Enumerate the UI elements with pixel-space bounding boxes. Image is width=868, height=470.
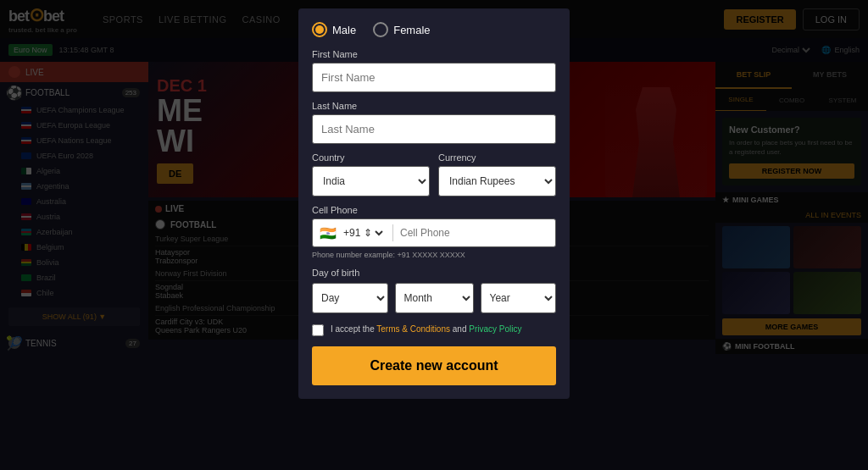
male-label: Male: [332, 24, 356, 36]
gender-male-option[interactable]: Male: [312, 22, 356, 37]
cell-phone-label: Cell Phone: [312, 205, 556, 215]
registration-modal: Male Female First Name Last Name Country…: [298, 8, 570, 399]
first-name-input[interactable]: [312, 63, 556, 92]
male-radio-outer: [312, 22, 327, 37]
dob-label: Day of birth: [312, 268, 556, 278]
last-name-label: Last Name: [312, 101, 556, 111]
last-name-input[interactable]: [312, 114, 556, 144]
currency-select[interactable]: Indian Rupees USD EUR GBP AUD: [438, 166, 556, 196]
female-label: Female: [393, 24, 430, 36]
country-label: Country: [312, 152, 430, 163]
female-radio-outer: [373, 22, 388, 37]
gender-female-option[interactable]: Female: [373, 22, 430, 37]
phone-input-row: 🇮🇳 +91 ⇕: [312, 218, 556, 247]
terms-conditions-link[interactable]: Terms & Conditions: [376, 324, 450, 334]
terms-row: I accept the Terms & Conditions and Priv…: [312, 323, 556, 336]
modal-overlay: Male Female First Name Last Name Country…: [0, 0, 868, 470]
male-radio-inner: [315, 25, 324, 34]
country-col: Country India United States United Kingd…: [312, 152, 430, 196]
phone-number-input[interactable]: [400, 220, 548, 246]
year-select[interactable]: Year 200019991998 199719961995 199019851…: [481, 283, 557, 313]
privacy-policy-link[interactable]: Privacy Policy: [469, 324, 521, 334]
country-currency-row: Country India United States United Kingd…: [312, 152, 556, 196]
month-select[interactable]: Month JanuaryFebruaryMarch AprilMayJune …: [395, 283, 474, 313]
phone-code-select[interactable]: +91 ⇕: [340, 219, 386, 246]
phone-hint: Phone number example: +91 XXXXX XXXXX: [312, 251, 556, 259]
day-select[interactable]: Day 1234 5678 910: [312, 283, 388, 313]
gender-row: Male Female: [312, 22, 556, 37]
terms-checkbox[interactable]: [312, 324, 324, 336]
phone-divider: [392, 224, 393, 241]
country-select[interactable]: India United States United Kingdom Austr…: [312, 166, 430, 196]
currency-col: Currency Indian Rupees USD EUR GBP AUD: [438, 152, 556, 196]
create-account-button[interactable]: Create new account: [312, 346, 556, 385]
first-name-label: First Name: [312, 49, 556, 59]
terms-text: I accept the Terms & Conditions and Priv…: [331, 323, 522, 335]
india-flag-icon: 🇮🇳: [320, 225, 337, 241]
dob-row: Day 1234 5678 910 Month JanuaryFebruaryM…: [312, 283, 556, 313]
currency-label: Currency: [438, 152, 556, 163]
